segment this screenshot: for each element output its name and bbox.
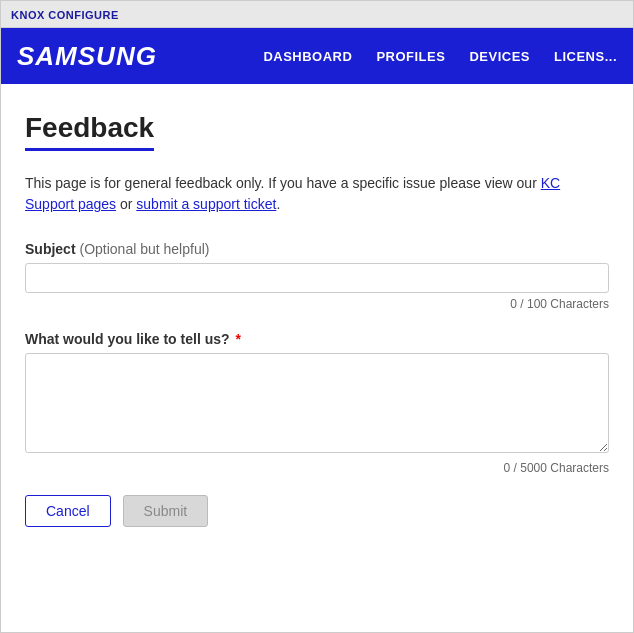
nav-profiles[interactable]: PROFILES xyxy=(376,49,445,64)
submit-button[interactable]: Submit xyxy=(123,495,209,527)
subject-char-count: 0 / 100 Characters xyxy=(25,297,609,311)
page-description: This page is for general feedback only. … xyxy=(25,173,609,215)
description-middle: or xyxy=(116,196,136,212)
nav-devices[interactable]: DEVICES xyxy=(469,49,530,64)
brand-logo: SAMSUNG xyxy=(17,41,157,72)
description-start: This page is for general feedback only. … xyxy=(25,175,541,191)
cancel-button[interactable]: Cancel xyxy=(25,495,111,527)
required-indicator: * xyxy=(235,331,240,347)
subject-optional-text: (Optional but helpful) xyxy=(79,241,209,257)
description-end: . xyxy=(276,196,280,212)
page-content: Feedback This page is for general feedba… xyxy=(1,84,633,632)
app-window: KNOX CONFIGURE SAMSUNG DASHBOARD PROFILE… xyxy=(0,0,634,633)
nav-dashboard[interactable]: DASHBOARD xyxy=(263,49,352,64)
message-char-count: 0 / 5000 Characters xyxy=(25,461,609,475)
message-field-group: What would you like to tell us? * 0 / 50… xyxy=(25,331,609,475)
message-textarea[interactable] xyxy=(25,353,609,453)
message-label: What would you like to tell us? * xyxy=(25,331,609,347)
support-ticket-link[interactable]: submit a support ticket xyxy=(136,196,276,212)
subject-label-text: Subject xyxy=(25,241,76,257)
top-bar: KNOX CONFIGURE xyxy=(1,1,633,28)
subject-field-group: Subject (Optional but helpful) 0 / 100 C… xyxy=(25,241,609,311)
subject-input[interactable] xyxy=(25,263,609,293)
message-label-text: What would you like to tell us? xyxy=(25,331,230,347)
nav-licenses[interactable]: LICENS... xyxy=(554,49,617,64)
button-row: Cancel Submit xyxy=(25,495,609,527)
nav-links: DASHBOARD PROFILES DEVICES LICENS... xyxy=(263,49,617,64)
top-bar-title: KNOX CONFIGURE xyxy=(11,9,119,21)
subject-label: Subject (Optional but helpful) xyxy=(25,241,609,257)
page-title: Feedback xyxy=(25,112,154,151)
navbar: SAMSUNG DASHBOARD PROFILES DEVICES LICEN… xyxy=(1,28,633,84)
